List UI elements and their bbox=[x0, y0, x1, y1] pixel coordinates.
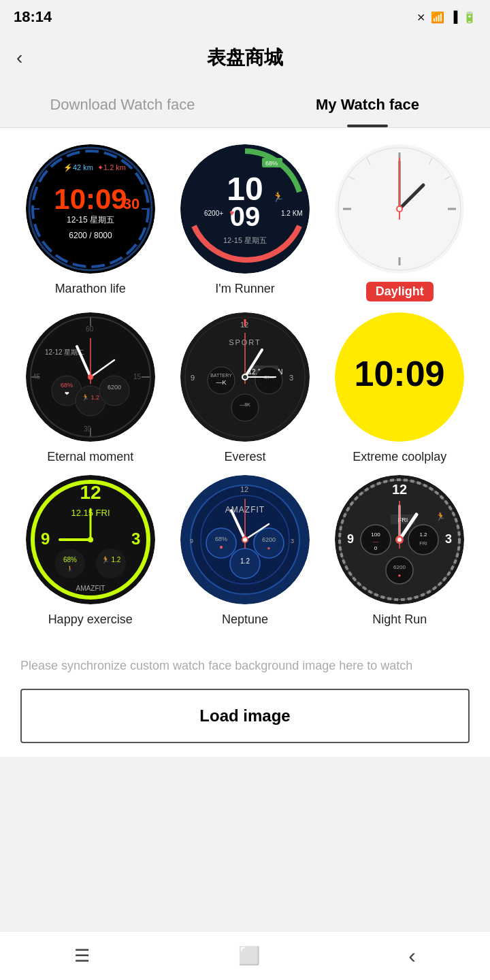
bluetooth-icon: ⨯︎ bbox=[416, 11, 425, 24]
svg-text:BATTERY: BATTERY bbox=[210, 373, 232, 378]
battery-icon: 🔋 bbox=[463, 11, 476, 24]
status-bar: 18:14 ⨯︎ 📶 ▐ 🔋 bbox=[0, 0, 490, 34]
svg-text:45: 45 bbox=[33, 373, 41, 380]
svg-text:—K: —K bbox=[216, 379, 226, 386]
svg-text:—8K: —8K bbox=[240, 402, 250, 407]
watch-face-label-everest: Everest bbox=[224, 450, 265, 464]
svg-text:12: 12 bbox=[240, 485, 248, 493]
svg-point-95 bbox=[88, 537, 93, 542]
watch-item-everest[interactable]: 12 3 9 SPORT 12.12 MON BATTERY —K —8K 4K… bbox=[171, 312, 318, 464]
svg-text:●: ● bbox=[219, 543, 223, 551]
watch-item-extreme-coolplay[interactable]: 10:09 Extreme coolplay bbox=[326, 312, 474, 464]
svg-text:❤: ❤ bbox=[64, 391, 69, 397]
svg-text:09: 09 bbox=[230, 201, 261, 231]
svg-text:6200: 6200 bbox=[393, 564, 406, 570]
svg-text:12-15 星期五: 12-15 星期五 bbox=[223, 236, 267, 244]
svg-point-126 bbox=[408, 525, 438, 555]
custom-section: Please synchronize custom watch face bac… bbox=[0, 640, 490, 757]
watch-item-im-runner[interactable]: 68% 10 09 6200+ 1.2 KM 12-15 星期五 🏃 ♥ I'm… bbox=[171, 144, 318, 301]
svg-text:6200+: 6200+ bbox=[204, 210, 223, 217]
svg-text:3: 3 bbox=[291, 538, 294, 544]
svg-point-108 bbox=[254, 528, 284, 558]
svg-text:68%: 68% bbox=[265, 160, 278, 167]
watch-item-daylight[interactable]: Daylight bbox=[326, 144, 474, 301]
load-image-button[interactable]: Load image bbox=[20, 689, 470, 743]
watch-item-night-run[interactable]: 12 9 3 100 — 0 1.2 FRI FRI 6200 ● 🏃 bbox=[326, 475, 474, 627]
svg-text:12: 12 bbox=[392, 482, 407, 497]
svg-text:3: 3 bbox=[131, 529, 140, 548]
svg-text:3: 3 bbox=[289, 374, 293, 382]
watch-face-label-runner: I'm Runner bbox=[215, 282, 274, 296]
svg-text:6200: 6200 bbox=[262, 536, 276, 543]
svg-text:🏃 1.2: 🏃 1.2 bbox=[101, 555, 120, 564]
watch-face-label-neptune: Neptune bbox=[222, 612, 268, 627]
status-time: 18:14 bbox=[14, 8, 52, 26]
svg-point-92 bbox=[96, 549, 126, 578]
svg-text:●: ● bbox=[398, 572, 402, 578]
svg-text:—: — bbox=[373, 538, 378, 544]
svg-text:12: 12 bbox=[80, 482, 101, 503]
svg-text:60: 60 bbox=[86, 325, 94, 333]
home-icon[interactable]: ⬜ bbox=[238, 945, 260, 966]
svg-point-69 bbox=[231, 394, 259, 421]
svg-text:AMAZFIT: AMAZFIT bbox=[76, 585, 105, 592]
svg-text:1.2: 1.2 bbox=[420, 532, 428, 538]
svg-text:FRI: FRI bbox=[420, 541, 427, 546]
grid-spacer bbox=[0, 627, 490, 640]
bottom-nav: ☰ ⬜ ‹ bbox=[0, 931, 490, 980]
tab-my-watch-face[interactable]: My Watch face bbox=[245, 82, 490, 127]
svg-text:68%: 68% bbox=[61, 382, 73, 389]
svg-point-131 bbox=[386, 557, 413, 584]
watch-face-label-happy: Happy exercise bbox=[48, 612, 133, 627]
svg-text:6200 / 8000: 6200 / 8000 bbox=[69, 231, 112, 240]
signal-icon: ▐ bbox=[450, 11, 457, 23]
watch-face-label-marathon: Marathon life bbox=[55, 282, 126, 296]
svg-point-71 bbox=[255, 367, 282, 394]
svg-point-78 bbox=[243, 375, 247, 379]
svg-text:9: 9 bbox=[191, 374, 195, 382]
svg-text:✦1.2 km: ✦1.2 km bbox=[97, 163, 126, 172]
app-header: ‹ 表盘商城 bbox=[0, 34, 490, 82]
watch-item-happy-exercise[interactable]: 12 12.15 FRI 9 3 68% 🚶 🏃 1.2 AMAZFIT Hap… bbox=[16, 475, 164, 627]
svg-text:9: 9 bbox=[347, 532, 354, 546]
status-icons: ⨯︎ 📶 ▐ 🔋 bbox=[416, 11, 476, 24]
menu-icon[interactable]: ☰ bbox=[74, 945, 90, 966]
svg-text:⚡42 km: ⚡42 km bbox=[63, 163, 93, 172]
svg-text:30: 30 bbox=[122, 195, 139, 212]
svg-point-139 bbox=[397, 538, 402, 542]
svg-point-115 bbox=[243, 538, 247, 542]
watch-face-label-night-run: Night Run bbox=[372, 612, 427, 627]
back-nav-icon[interactable]: ‹ bbox=[408, 943, 416, 968]
svg-text:🚶: 🚶 bbox=[67, 565, 74, 572]
svg-text:6200: 6200 bbox=[108, 384, 121, 391]
watch-face-grid: ⚡42 km ✦1.2 km 10:09 30 12-15 星期五 6200 /… bbox=[0, 128, 490, 627]
svg-text:3: 3 bbox=[445, 532, 452, 546]
custom-hint: Please synchronize custom watch face bac… bbox=[20, 657, 470, 675]
svg-text:12-15 星期五: 12-15 星期五 bbox=[67, 215, 114, 225]
watch-item-marathon-life[interactable]: ⚡42 km ✦1.2 km 10:09 30 12-15 星期五 6200 /… bbox=[16, 144, 164, 301]
watch-item-eternal-moment[interactable]: 60 15 45 30 12-12 星期二 68% ❤ 🏃 1.2 6200 E… bbox=[16, 312, 164, 464]
svg-point-35 bbox=[397, 207, 402, 211]
svg-text:🏃: 🏃 bbox=[436, 511, 446, 521]
back-button[interactable]: ‹ bbox=[16, 47, 22, 69]
tab-bar: Download Watch face My Watch face bbox=[0, 82, 490, 128]
watch-face-label-daylight: Daylight bbox=[366, 282, 434, 301]
watch-face-label-extreme: Extreme coolplay bbox=[353, 450, 446, 464]
svg-text:10:09: 10:09 bbox=[355, 354, 445, 393]
svg-text:🏃: 🏃 bbox=[272, 191, 284, 203]
svg-text:10:09: 10:09 bbox=[54, 183, 127, 215]
page-title: 表盘商城 bbox=[207, 45, 283, 71]
svg-text:68%: 68% bbox=[215, 536, 227, 542]
svg-text:15: 15 bbox=[133, 373, 142, 380]
watch-item-neptune[interactable]: 12 3 9 AMAZFIT 68% ● 1.2 6200 ● Neptune bbox=[171, 475, 318, 627]
wifi-icon: 📶 bbox=[431, 11, 444, 24]
svg-text:30: 30 bbox=[84, 425, 92, 433]
svg-point-89 bbox=[55, 549, 85, 578]
watch-face-label-eternal: Eternal moment bbox=[47, 450, 133, 464]
svg-text:68%: 68% bbox=[63, 556, 77, 564]
svg-text:1.2: 1.2 bbox=[240, 557, 250, 565]
svg-text:100: 100 bbox=[372, 532, 381, 538]
svg-text:1.2 KM: 1.2 KM bbox=[281, 210, 303, 217]
svg-text:🏃 1.2: 🏃 1.2 bbox=[82, 393, 99, 402]
tab-download-watch-face[interactable]: Download Watch face bbox=[0, 82, 245, 127]
